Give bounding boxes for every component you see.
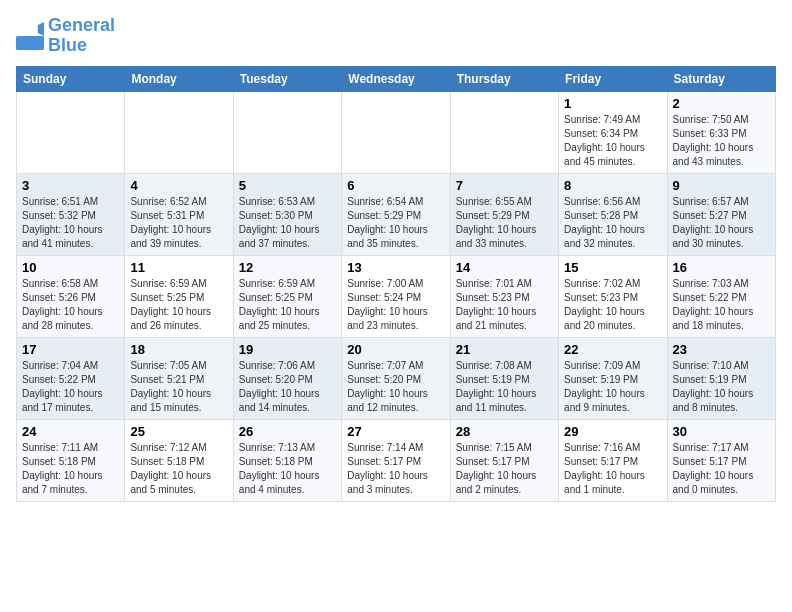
day-info: Sunrise: 7:11 AM Sunset: 5:18 PM Dayligh… xyxy=(22,441,119,497)
day-info: Sunrise: 7:49 AM Sunset: 6:34 PM Dayligh… xyxy=(564,113,661,169)
day-number: 14 xyxy=(456,260,553,275)
weekday-header-cell: Saturday xyxy=(667,66,775,91)
day-number: 11 xyxy=(130,260,227,275)
calendar-day-cell: 21Sunrise: 7:08 AM Sunset: 5:19 PM Dayli… xyxy=(450,337,558,419)
day-info: Sunrise: 6:52 AM Sunset: 5:31 PM Dayligh… xyxy=(130,195,227,251)
day-info: Sunrise: 7:13 AM Sunset: 5:18 PM Dayligh… xyxy=(239,441,336,497)
calendar-day-cell: 27Sunrise: 7:14 AM Sunset: 5:17 PM Dayli… xyxy=(342,419,450,501)
calendar-week-row: 3Sunrise: 6:51 AM Sunset: 5:32 PM Daylig… xyxy=(17,173,776,255)
calendar-day-cell: 5Sunrise: 6:53 AM Sunset: 5:30 PM Daylig… xyxy=(233,173,341,255)
calendar-day-cell: 7Sunrise: 6:55 AM Sunset: 5:29 PM Daylig… xyxy=(450,173,558,255)
weekday-header-cell: Thursday xyxy=(450,66,558,91)
day-number: 16 xyxy=(673,260,770,275)
calendar-day-cell: 13Sunrise: 7:00 AM Sunset: 5:24 PM Dayli… xyxy=(342,255,450,337)
calendar-day-cell: 17Sunrise: 7:04 AM Sunset: 5:22 PM Dayli… xyxy=(17,337,125,419)
calendar-day-cell: 28Sunrise: 7:15 AM Sunset: 5:17 PM Dayli… xyxy=(450,419,558,501)
calendar-day-cell: 15Sunrise: 7:02 AM Sunset: 5:23 PM Dayli… xyxy=(559,255,667,337)
day-info: Sunrise: 7:07 AM Sunset: 5:20 PM Dayligh… xyxy=(347,359,444,415)
calendar-day-cell: 30Sunrise: 7:17 AM Sunset: 5:17 PM Dayli… xyxy=(667,419,775,501)
day-number: 29 xyxy=(564,424,661,439)
day-number: 4 xyxy=(130,178,227,193)
day-info: Sunrise: 6:56 AM Sunset: 5:28 PM Dayligh… xyxy=(564,195,661,251)
day-info: Sunrise: 6:59 AM Sunset: 5:25 PM Dayligh… xyxy=(130,277,227,333)
calendar-day-cell: 12Sunrise: 6:59 AM Sunset: 5:25 PM Dayli… xyxy=(233,255,341,337)
logo: General Blue xyxy=(16,16,115,56)
weekday-header-cell: Sunday xyxy=(17,66,125,91)
calendar-day-cell: 20Sunrise: 7:07 AM Sunset: 5:20 PM Dayli… xyxy=(342,337,450,419)
day-info: Sunrise: 7:15 AM Sunset: 5:17 PM Dayligh… xyxy=(456,441,553,497)
day-number: 30 xyxy=(673,424,770,439)
calendar-table: SundayMondayTuesdayWednesdayThursdayFrid… xyxy=(16,66,776,502)
day-number: 12 xyxy=(239,260,336,275)
calendar-day-cell: 25Sunrise: 7:12 AM Sunset: 5:18 PM Dayli… xyxy=(125,419,233,501)
calendar-day-cell: 8Sunrise: 6:56 AM Sunset: 5:28 PM Daylig… xyxy=(559,173,667,255)
weekday-header-cell: Wednesday xyxy=(342,66,450,91)
day-info: Sunrise: 6:57 AM Sunset: 5:27 PM Dayligh… xyxy=(673,195,770,251)
day-info: Sunrise: 7:08 AM Sunset: 5:19 PM Dayligh… xyxy=(456,359,553,415)
day-number: 26 xyxy=(239,424,336,439)
day-info: Sunrise: 6:51 AM Sunset: 5:32 PM Dayligh… xyxy=(22,195,119,251)
calendar-day-cell: 1Sunrise: 7:49 AM Sunset: 6:34 PM Daylig… xyxy=(559,91,667,173)
calendar-week-row: 10Sunrise: 6:58 AM Sunset: 5:26 PM Dayli… xyxy=(17,255,776,337)
calendar-day-cell: 26Sunrise: 7:13 AM Sunset: 5:18 PM Dayli… xyxy=(233,419,341,501)
logo-icon xyxy=(16,22,44,50)
day-info: Sunrise: 7:05 AM Sunset: 5:21 PM Dayligh… xyxy=(130,359,227,415)
calendar-day-cell: 10Sunrise: 6:58 AM Sunset: 5:26 PM Dayli… xyxy=(17,255,125,337)
calendar-day-cell xyxy=(342,91,450,173)
day-info: Sunrise: 7:50 AM Sunset: 6:33 PM Dayligh… xyxy=(673,113,770,169)
calendar-day-cell: 16Sunrise: 7:03 AM Sunset: 5:22 PM Dayli… xyxy=(667,255,775,337)
day-number: 8 xyxy=(564,178,661,193)
calendar-day-cell: 29Sunrise: 7:16 AM Sunset: 5:17 PM Dayli… xyxy=(559,419,667,501)
day-info: Sunrise: 7:06 AM Sunset: 5:20 PM Dayligh… xyxy=(239,359,336,415)
day-info: Sunrise: 7:17 AM Sunset: 5:17 PM Dayligh… xyxy=(673,441,770,497)
calendar-day-cell: 22Sunrise: 7:09 AM Sunset: 5:19 PM Dayli… xyxy=(559,337,667,419)
calendar-day-cell: 4Sunrise: 6:52 AM Sunset: 5:31 PM Daylig… xyxy=(125,173,233,255)
day-number: 9 xyxy=(673,178,770,193)
calendar-day-cell xyxy=(450,91,558,173)
calendar-day-cell: 6Sunrise: 6:54 AM Sunset: 5:29 PM Daylig… xyxy=(342,173,450,255)
day-info: Sunrise: 6:53 AM Sunset: 5:30 PM Dayligh… xyxy=(239,195,336,251)
day-number: 24 xyxy=(22,424,119,439)
calendar-day-cell: 2Sunrise: 7:50 AM Sunset: 6:33 PM Daylig… xyxy=(667,91,775,173)
day-number: 13 xyxy=(347,260,444,275)
day-number: 15 xyxy=(564,260,661,275)
day-number: 18 xyxy=(130,342,227,357)
day-number: 25 xyxy=(130,424,227,439)
calendar-day-cell: 14Sunrise: 7:01 AM Sunset: 5:23 PM Dayli… xyxy=(450,255,558,337)
calendar-day-cell: 23Sunrise: 7:10 AM Sunset: 5:19 PM Dayli… xyxy=(667,337,775,419)
day-info: Sunrise: 7:00 AM Sunset: 5:24 PM Dayligh… xyxy=(347,277,444,333)
day-info: Sunrise: 7:04 AM Sunset: 5:22 PM Dayligh… xyxy=(22,359,119,415)
day-number: 19 xyxy=(239,342,336,357)
calendar-day-cell xyxy=(17,91,125,173)
day-info: Sunrise: 6:59 AM Sunset: 5:25 PM Dayligh… xyxy=(239,277,336,333)
calendar-day-cell: 11Sunrise: 6:59 AM Sunset: 5:25 PM Dayli… xyxy=(125,255,233,337)
calendar-week-row: 24Sunrise: 7:11 AM Sunset: 5:18 PM Dayli… xyxy=(17,419,776,501)
calendar-day-cell: 18Sunrise: 7:05 AM Sunset: 5:21 PM Dayli… xyxy=(125,337,233,419)
day-info: Sunrise: 7:01 AM Sunset: 5:23 PM Dayligh… xyxy=(456,277,553,333)
weekday-header-row: SundayMondayTuesdayWednesdayThursdayFrid… xyxy=(17,66,776,91)
calendar-day-cell: 24Sunrise: 7:11 AM Sunset: 5:18 PM Dayli… xyxy=(17,419,125,501)
calendar-week-row: 1Sunrise: 7:49 AM Sunset: 6:34 PM Daylig… xyxy=(17,91,776,173)
day-number: 10 xyxy=(22,260,119,275)
calendar-day-cell xyxy=(233,91,341,173)
weekday-header-cell: Tuesday xyxy=(233,66,341,91)
day-number: 2 xyxy=(673,96,770,111)
weekday-header-cell: Monday xyxy=(125,66,233,91)
day-info: Sunrise: 7:09 AM Sunset: 5:19 PM Dayligh… xyxy=(564,359,661,415)
calendar-day-cell xyxy=(125,91,233,173)
day-info: Sunrise: 7:02 AM Sunset: 5:23 PM Dayligh… xyxy=(564,277,661,333)
day-number: 20 xyxy=(347,342,444,357)
day-number: 5 xyxy=(239,178,336,193)
day-number: 23 xyxy=(673,342,770,357)
calendar-day-cell: 9Sunrise: 6:57 AM Sunset: 5:27 PM Daylig… xyxy=(667,173,775,255)
day-number: 17 xyxy=(22,342,119,357)
logo-text: General Blue xyxy=(48,16,115,56)
day-info: Sunrise: 7:14 AM Sunset: 5:17 PM Dayligh… xyxy=(347,441,444,497)
day-number: 22 xyxy=(564,342,661,357)
day-number: 21 xyxy=(456,342,553,357)
day-number: 27 xyxy=(347,424,444,439)
day-number: 1 xyxy=(564,96,661,111)
day-info: Sunrise: 7:16 AM Sunset: 5:17 PM Dayligh… xyxy=(564,441,661,497)
weekday-header-cell: Friday xyxy=(559,66,667,91)
day-number: 28 xyxy=(456,424,553,439)
